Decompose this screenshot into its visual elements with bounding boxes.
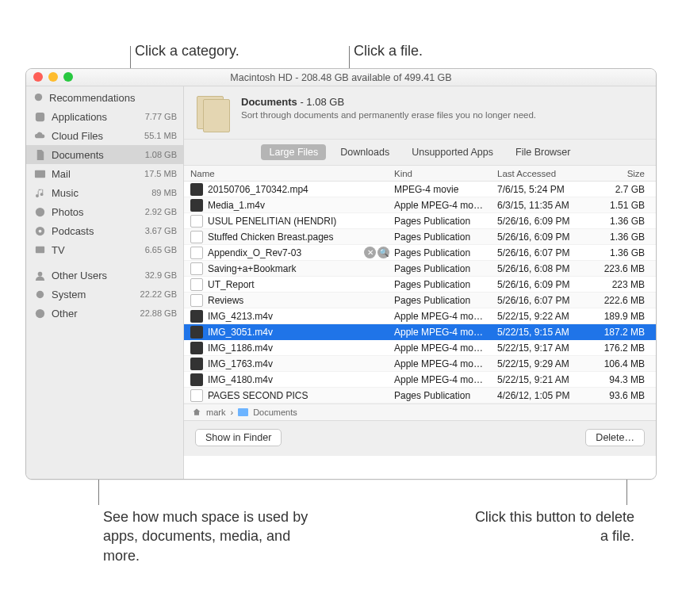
file-size: 176.2 MB [592, 342, 656, 354]
table-row[interactable]: IMG_3051.m4v Apple MPEG-4 mo… 5/22/15, 9… [184, 324, 656, 340]
table-row[interactable]: UT_Report Pages Publication 5/26/16, 6:0… [184, 277, 656, 293]
file-icon [190, 183, 203, 196]
documents-icon [197, 96, 230, 132]
breadcrumb-sep: › [230, 407, 233, 417]
sidebar-item-tv[interactable]: TV 6.65 GB [26, 240, 183, 259]
col-name[interactable]: Name [184, 169, 394, 178]
table-row[interactable]: PAGES SECOND PICS Pages Publication 4/26… [184, 388, 656, 404]
sidebar-item-system[interactable]: System 22.22 GB [26, 285, 183, 304]
sidebar-item-other[interactable]: Other 22.88 GB [26, 304, 183, 323]
table-row[interactable]: Appendix_O_Rev7-03 ✕ 🔍 Pages Publication… [184, 245, 656, 261]
delete-button[interactable]: Delete… [585, 429, 645, 446]
table-row[interactable]: Media_1.m4v Apple MPEG-4 mo… 6/3/15, 11:… [184, 197, 656, 213]
footer: Show in Finder Delete… [184, 420, 656, 456]
file-size: 94.3 MB [592, 374, 656, 385]
tab-downloads[interactable]: Downloads [332, 144, 397, 160]
sidebar-item-size: 17.5 MB [134, 169, 177, 178]
file-date: 5/22/15, 9:15 AM [497, 327, 592, 338]
svg-point-0 [35, 93, 42, 100]
file-icon [190, 215, 203, 228]
table-row[interactable]: IMG_1763.m4v Apple MPEG-4 mo… 5/22/15, 9… [184, 356, 656, 372]
file-name: IMG_1763.m4v [208, 358, 394, 369]
breadcrumb-folder[interactable]: Documents [253, 407, 297, 417]
sidebar-item-label: Other [52, 308, 134, 319]
file-name: Media_1.m4v [208, 200, 394, 211]
sidebar-item-podcasts[interactable]: Podcasts 3.67 GB [26, 221, 183, 240]
table-row[interactable]: IMG_4213.m4v Apple MPEG-4 mo… 5/22/15, 9… [184, 308, 656, 324]
breadcrumb[interactable]: mark › Documents [184, 404, 656, 420]
table-row[interactable]: Saving+a+Bookmark Pages Publication 5/26… [184, 261, 656, 277]
file-date: 5/22/15, 9:29 AM [497, 358, 592, 369]
file-name: PAGES SECOND PICS [208, 390, 394, 401]
file-kind: Apple MPEG-4 mo… [394, 327, 497, 338]
file-icon [190, 310, 203, 323]
file-icon [190, 262, 203, 275]
table-row[interactable]: USUL PENELITIAN (HENDRI) Pages Publicati… [184, 213, 656, 229]
sidebar-item-size: 3.67 GB [134, 226, 177, 235]
breadcrumb-user[interactable]: mark [206, 407, 225, 417]
music-icon [33, 186, 47, 200]
sidebar-item-applications[interactable]: Applications 7.77 GB [26, 107, 183, 126]
svg-point-3 [35, 207, 44, 216]
file-icon [190, 358, 203, 370]
sidebar-item-other users[interactable]: Other Users 32.9 GB [26, 266, 183, 285]
file-kind: Pages Publication [394, 231, 497, 243]
quicklook-icon[interactable]: 🔍 [377, 247, 389, 258]
photos-icon [33, 205, 47, 219]
table-row[interactable]: IMG_4180.m4v Apple MPEG-4 mo… 5/22/15, 9… [184, 372, 656, 388]
file-date: 4/26/12, 1:05 PM [497, 390, 592, 401]
sidebar-item-music[interactable]: Music 89 MB [26, 183, 183, 202]
file-date: 5/26/16, 6:09 PM [497, 231, 592, 243]
tab-unsupported apps[interactable]: Unsupported Apps [404, 144, 501, 160]
sidebar-item-cloud files[interactable]: Cloud Files 55.1 MB [26, 126, 183, 145]
titlebar: Macintosh HD - 208.48 GB available of 49… [26, 69, 656, 86]
sidebar-item-documents[interactable]: Documents 1.08 GB [26, 145, 183, 164]
file-kind: Pages Publication [394, 279, 497, 290]
file-size: 223 MB [592, 279, 656, 290]
row-actions[interactable]: ✕ 🔍 [364, 247, 389, 258]
sidebar-item-size: 22.88 GB [134, 308, 177, 318]
sidebar-item-size: 2.92 GB [134, 207, 177, 216]
callout-category: Click a category. [135, 41, 239, 60]
col-date[interactable]: Last Accessed [497, 169, 592, 178]
table-row[interactable]: IMG_1186.m4v Apple MPEG-4 mo… 5/22/15, 9… [184, 340, 656, 356]
sidebar-item-recommendations[interactable]: Recommendations [26, 88, 183, 107]
file-icon [190, 389, 203, 402]
folder-icon [238, 408, 248, 416]
table-row[interactable]: Stuffed Chicken Breast.pages Pages Publi… [184, 229, 656, 245]
file-kind: Pages Publication [394, 216, 497, 227]
close-icon[interactable] [33, 72, 43, 82]
minimize-icon[interactable] [48, 72, 58, 82]
sidebar-item-label: Photos [52, 206, 134, 218]
sidebar-item-mail[interactable]: Mail 17.5 MB [26, 164, 183, 183]
tab-file browser[interactable]: File Browser [508, 144, 578, 160]
file-name: IMG_4180.m4v [208, 374, 394, 385]
cloud-icon [33, 128, 47, 143]
file-size: 93.6 MB [592, 390, 656, 401]
file-date: 5/26/16, 6:08 PM [497, 263, 592, 274]
svg-point-5 [38, 229, 41, 232]
show-in-finder-button[interactable]: Show in Finder [195, 429, 282, 446]
col-size[interactable]: Size [592, 169, 656, 178]
sidebar-item-size: 89 MB [134, 188, 177, 197]
table-row[interactable]: 20150706_170342.mp4 MPEG-4 movie 7/6/15,… [184, 182, 656, 197]
remove-icon[interactable]: ✕ [364, 247, 376, 258]
storage-management-window: Macintosh HD - 208.48 GB available of 49… [25, 68, 657, 480]
sidebar-item-size: 32.9 GB [134, 270, 177, 280]
file-kind: Pages Publication [394, 390, 497, 401]
file-date: 6/3/15, 11:35 AM [497, 200, 592, 211]
zoom-icon[interactable] [63, 72, 73, 82]
col-kind[interactable]: Kind [394, 169, 497, 178]
tab-large files[interactable]: Large Files [261, 144, 326, 160]
file-kind: Apple MPEG-4 mo… [394, 374, 497, 385]
file-size: 223.6 MB [592, 263, 656, 274]
sidebar-item-photos[interactable]: Photos 2.92 GB [26, 202, 183, 221]
window-title: Macintosh HD - 208.48 GB available of 49… [230, 72, 451, 83]
file-kind: Apple MPEG-4 mo… [394, 311, 497, 322]
table-header[interactable]: Name Kind Last Accessed Size [184, 166, 656, 182]
tabs: Large FilesDownloadsUnsupported AppsFile… [184, 140, 656, 166]
sidebar-item-size: 55.1 MB [134, 131, 177, 140]
traffic-lights[interactable] [33, 72, 73, 82]
sidebar-item-label: Mail [52, 168, 134, 180]
table-row[interactable]: Reviews Pages Publication 5/26/16, 6:07 … [184, 293, 656, 308]
